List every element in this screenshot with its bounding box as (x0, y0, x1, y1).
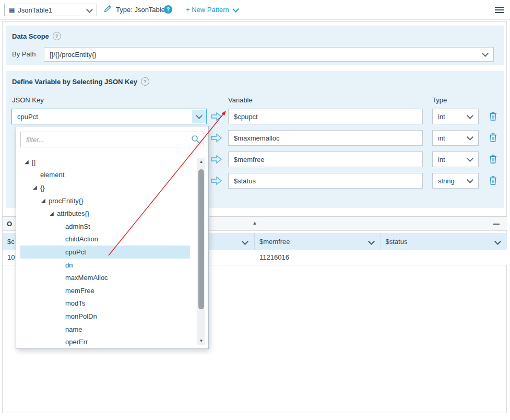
tree-item[interactable]: childAction (16, 233, 208, 246)
table-icon: ▦ (9, 7, 15, 13)
map-arrow-icon (210, 176, 223, 185)
map-arrow-icon (210, 133, 223, 143)
collapse-panel-icon[interactable]: ▲ (252, 220, 257, 226)
type-column-label: Type (432, 96, 447, 104)
collapse-icon[interactable]: ◢ (33, 185, 38, 190)
json-key-dropdown: ◢[] element ◢{} ◢procEntity{} ◢attribute… (16, 126, 209, 349)
path-select-value: []/{}/procEntity{} (50, 51, 97, 59)
tree-item[interactable]: memFree (16, 284, 208, 297)
output-title: O (7, 220, 12, 228)
pattern-select-value: JsonTable1 (18, 6, 52, 14)
dropdown-scrollbar[interactable]: ▲ ▼ (197, 158, 205, 345)
tree-item[interactable]: ◢attributes{} (16, 207, 208, 220)
type-select-value: string (438, 177, 455, 185)
toolbar: ▦ JsonTable1 Type: JsonTable ? + New Pat… (0, 0, 510, 20)
collapse-icon[interactable]: ◢ (41, 198, 46, 203)
new-pattern-label: + New Pattern (186, 6, 229, 14)
chevron-down-icon (196, 112, 203, 119)
delete-row-icon[interactable] (489, 133, 498, 143)
chevron-down-icon (467, 134, 473, 141)
filter-input[interactable] (20, 132, 204, 147)
search-icon (191, 135, 200, 145)
type-select-value: int (438, 113, 445, 121)
by-path-label: By Path (12, 50, 36, 58)
pattern-select[interactable]: ▦ JsonTable1 (4, 4, 97, 16)
output-cell (381, 250, 507, 265)
type-select[interactable]: int (432, 109, 479, 124)
type-select[interactable]: string (432, 173, 479, 189)
chevron-down-icon (242, 238, 248, 245)
json-key-column-label: JSON Key (12, 96, 44, 104)
edit-pencil-icon[interactable] (103, 5, 112, 15)
scrollbar-thumb[interactable] (198, 169, 204, 309)
tree-item[interactable]: ◢procEntity{} (16, 194, 208, 207)
variable-input[interactable] (228, 151, 423, 167)
tree-item[interactable]: name (16, 323, 208, 336)
chevron-down-icon (467, 155, 473, 162)
chevron-down-icon (467, 112, 473, 119)
tree-item[interactable]: adminSt (16, 220, 208, 233)
collapse-icon[interactable]: ◢ (25, 159, 30, 165)
type-select[interactable]: int (432, 130, 479, 146)
json-key-select-value: cpuPct (17, 113, 38, 121)
json-tree: ◢[] element ◢{} ◢procEntity{} ◢attribute… (16, 156, 208, 348)
tree-item[interactable]: ◢{} (16, 181, 208, 194)
variable-input[interactable] (228, 173, 423, 189)
delete-row-icon[interactable] (489, 111, 498, 121)
variable-column-label: Variable (228, 96, 253, 104)
pattern-editor-page: ▦ JsonTable1 Type: JsonTable ? + New Pat… (0, 0, 510, 420)
data-scope-section: Data Scope ? By Path []/{}/procEntity{} (6, 26, 504, 65)
delete-row-icon[interactable] (489, 176, 498, 185)
variable-input[interactable] (228, 130, 423, 146)
tree-item[interactable]: ◢[] (16, 156, 208, 169)
pattern-type-label: Type: JsonTable (116, 6, 165, 14)
define-variables-title: Define Variable by Selecting JSON Key ? (12, 77, 149, 86)
type-select-value: int (438, 134, 445, 142)
tree-item[interactable]: modTs (16, 297, 208, 310)
output-column-header[interactable]: $status (381, 233, 507, 250)
chevron-down-icon (494, 238, 501, 245)
select-chevron-zone[interactable] (192, 110, 206, 123)
collapse-icon[interactable]: ◢ (50, 211, 55, 216)
tree-item[interactable]: operErr (16, 335, 208, 348)
type-select-value: int (438, 156, 445, 164)
chevron-down-icon (232, 6, 239, 13)
tree-item[interactable]: dn (16, 259, 208, 272)
chevron-down-icon (482, 50, 489, 57)
chevron-down-icon (86, 6, 93, 13)
help-icon[interactable]: ? (164, 5, 172, 14)
delete-row-icon[interactable] (489, 154, 498, 164)
path-select[interactable]: []/{}/procEntity{} (44, 47, 494, 62)
json-key-select[interactable]: cpuPct (11, 109, 207, 124)
tree-item[interactable]: monPolDn (16, 310, 208, 323)
new-pattern-button[interactable]: + New Pattern (186, 6, 238, 14)
chevron-down-icon (368, 238, 375, 245)
help-circle-icon[interactable]: ? (53, 32, 61, 40)
scroll-down-icon[interactable]: ▼ (197, 339, 205, 343)
filter-field (20, 132, 204, 147)
map-arrow-icon (210, 112, 223, 121)
tree-item[interactable]: element (16, 169, 208, 182)
tree-item[interactable]: maxMemAlloc (16, 271, 208, 284)
map-arrow-icon (210, 155, 223, 164)
type-select[interactable]: int (432, 151, 479, 167)
output-column-header[interactable]: $memfree (255, 233, 381, 250)
tree-item-selected[interactable]: cpuPct (20, 246, 190, 259)
variable-input[interactable] (228, 109, 423, 124)
minimize-icon[interactable] (493, 224, 500, 225)
menu-icon[interactable] (495, 7, 504, 15)
data-scope-title: Data Scope ? (12, 32, 61, 40)
output-cell: 11216016 (255, 250, 381, 265)
chevron-down-icon (467, 177, 473, 183)
help-circle-icon[interactable]: ? (141, 77, 149, 86)
scroll-up-icon[interactable]: ▲ (197, 159, 205, 164)
